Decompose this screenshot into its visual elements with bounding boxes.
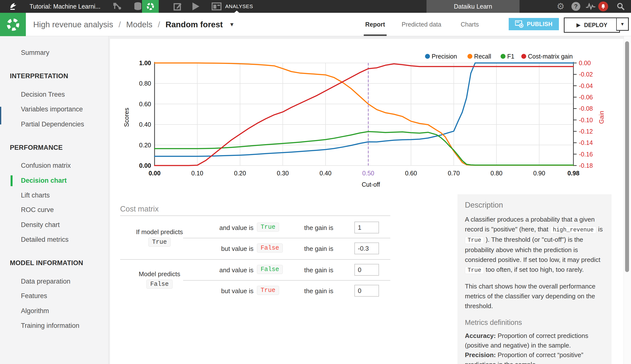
dataiku-bird-icon bbox=[8, 2, 18, 11]
dashed-ring-icon bbox=[6, 17, 21, 32]
x-axis-tick-label: 0.50 bbox=[362, 170, 374, 176]
inline-code-badge: True bbox=[465, 236, 484, 244]
gain-label: the gain is bbox=[304, 285, 333, 297]
vertical-scrollbar-thumb[interactable] bbox=[625, 41, 629, 272]
x-axis-tick-label: 0.00 bbox=[149, 170, 161, 176]
sidebar-item-decision-chart[interactable]: Decision chart bbox=[21, 177, 67, 184]
analyses-icon[interactable] bbox=[142, 0, 159, 13]
right-axis-tick-label: -0.06 bbox=[579, 94, 593, 100]
tab-charts[interactable]: Charts bbox=[461, 13, 479, 36]
sidebar-item-confusion-matrix[interactable]: Confusion matrix bbox=[21, 162, 71, 170]
x-axis-tick-label: 0.90 bbox=[533, 170, 545, 176]
sidebar-item-algorithm[interactable]: Algorithm bbox=[21, 307, 49, 315]
right-axis-tick-label: -0.04 bbox=[579, 82, 593, 89]
metric-definition: Accuracy: Proportion of correct predicti… bbox=[465, 331, 604, 350]
sidebar-item-partial-dependencies[interactable]: Partial Dependencies bbox=[21, 120, 84, 128]
chevron-down-icon[interactable]: ▼ bbox=[229, 22, 235, 28]
legend-label-f1[interactable]: F1 bbox=[507, 53, 514, 60]
y-axis-title-scores: Scores bbox=[123, 108, 130, 127]
gain-input[interactable] bbox=[354, 242, 379, 254]
sidebar-item-lift-charts[interactable]: Lift charts bbox=[21, 192, 50, 199]
legend-marker-precision[interactable] bbox=[425, 54, 430, 59]
sidebar-item-variables-importance[interactable]: Variables importance bbox=[21, 106, 83, 113]
breadcrumb-project[interactable]: High revenue analysis bbox=[33, 20, 113, 29]
breadcrumb-model[interactable]: Random forest bbox=[165, 20, 223, 29]
cost-matrix-row-prefix: but value is bbox=[185, 285, 254, 297]
decision-chart: 1.000.800.600.400.200.000.000.100.200.30… bbox=[109, 36, 631, 198]
notebooks-icon[interactable] bbox=[172, 0, 184, 13]
sidebar-item-decision-trees[interactable]: Decision Trees bbox=[21, 91, 65, 98]
right-axis-tick-label: 0.00 bbox=[579, 60, 591, 66]
help-icon[interactable]: ? bbox=[570, 0, 581, 13]
settings-gear-icon[interactable]: ⚙ bbox=[555, 0, 566, 13]
series-f1 bbox=[155, 132, 573, 165]
analysis-logo[interactable] bbox=[0, 13, 26, 36]
breadcrumb-section[interactable]: Models bbox=[126, 20, 152, 29]
sidebar-item-features[interactable]: Features bbox=[21, 292, 47, 300]
left-axis-tick-label: 0.40 bbox=[139, 121, 151, 128]
predicted-class-badge: False bbox=[146, 280, 172, 289]
sidebar-item-roc-curve[interactable]: ROC curve bbox=[21, 206, 54, 214]
sidebar-item-training-information[interactable]: Training information bbox=[21, 322, 80, 330]
left-axis-tick-label: 0.00 bbox=[139, 162, 151, 169]
right-axis-tick-label: -0.18 bbox=[579, 162, 593, 169]
deploy-label: DEPLOY bbox=[584, 22, 607, 28]
metrics-definitions-list: Accuracy: Proportion of correct predicti… bbox=[465, 331, 604, 364]
inline-code-badge: True bbox=[465, 266, 484, 274]
sidebar-item-density-chart[interactable]: Density chart bbox=[21, 221, 60, 229]
actual-value-badge: True bbox=[257, 222, 279, 232]
legend-label-precision[interactable]: Precision bbox=[432, 53, 457, 60]
legend-label-cost-matrix-gain[interactable]: Cost-matrix gain bbox=[528, 53, 573, 60]
sidebar-item-summary[interactable]: Summary bbox=[21, 49, 50, 56]
publish-button[interactable]: PUBLISH bbox=[509, 18, 559, 30]
legend-marker-cost-matrix-gain[interactable] bbox=[521, 54, 526, 59]
legend-label-recall[interactable]: Recall bbox=[474, 53, 491, 60]
breadcrumb-separator: / bbox=[119, 20, 121, 29]
description-paragraph-2: This chart shows how the overall perform… bbox=[465, 281, 604, 311]
dashboards-icon[interactable] bbox=[211, 0, 223, 13]
model-header: High revenue analysis / Models / Random … bbox=[0, 13, 631, 36]
sidebar-item-data-preparation[interactable]: Data preparation bbox=[21, 278, 70, 285]
x-axis-tick-label: 0.60 bbox=[405, 170, 417, 176]
gain-label: the gain is bbox=[304, 264, 333, 276]
cost-matrix-divider bbox=[120, 216, 390, 216]
gain-input[interactable] bbox=[354, 222, 379, 234]
play-icon: ▶ bbox=[576, 22, 580, 28]
series-precision bbox=[155, 63, 573, 156]
left-axis-tick-label: 0.20 bbox=[139, 142, 151, 148]
description-title: Description bbox=[465, 201, 604, 210]
y-axis-title-gain: Gain bbox=[598, 111, 605, 124]
x-axis-tick-label: 0.98 bbox=[567, 170, 579, 176]
tab-report[interactable]: Report bbox=[365, 13, 385, 36]
cost-matrix-row: and value isTruethe gain is bbox=[185, 222, 391, 234]
series-cost-matrix-gain bbox=[155, 64, 573, 166]
gain-input[interactable] bbox=[354, 285, 379, 296]
flow-icon[interactable] bbox=[111, 0, 123, 13]
x-axis-title-cutoff: Cut-off bbox=[362, 181, 380, 188]
right-axis-tick-label: -0.08 bbox=[579, 105, 593, 112]
gain-input[interactable] bbox=[354, 264, 379, 276]
sidebar-item-detailed-metrics[interactable]: Detailed metrics bbox=[21, 236, 69, 244]
description-panel: Description A classifier produces a prob… bbox=[457, 194, 611, 364]
legend-marker-f1[interactable] bbox=[500, 54, 505, 59]
sidebar-section-interpretation: INTERPRETATION bbox=[10, 72, 68, 80]
inline-code-badge: high_revenue bbox=[550, 226, 596, 234]
notifications-bell-icon[interactable] bbox=[597, 0, 609, 13]
deploy-button[interactable]: ▶ DEPLOY bbox=[564, 18, 620, 33]
sidebar-section-model-information: MODEL INFORMATION bbox=[10, 259, 83, 267]
cost-matrix-row-prefix: and value is bbox=[185, 264, 254, 276]
project-title[interactable]: Tutorial: Machine Learni... bbox=[30, 0, 100, 13]
activity-pulse-icon[interactable] bbox=[585, 0, 596, 13]
left-axis-tick-label: 0.60 bbox=[139, 100, 151, 108]
left-edge-accent bbox=[0, 107, 1, 124]
deploy-dropdown-button[interactable]: ▼ bbox=[616, 18, 629, 31]
env-label[interactable]: Dataiku Learn bbox=[426, 0, 519, 13]
jobs-play-icon[interactable] bbox=[190, 0, 202, 13]
tab-predicted-data[interactable]: Predicted data bbox=[402, 13, 441, 36]
sidebar-section-performance: PERFORMANCE bbox=[10, 144, 63, 152]
legend-marker-recall[interactable] bbox=[467, 54, 472, 59]
dataiku-bird-logo[interactable] bbox=[7, 0, 20, 13]
search-icon[interactable] bbox=[615, 0, 626, 13]
analyses-active-caret bbox=[234, 10, 239, 13]
report-sidebar: SummaryINTERPRETATIONDecision TreesVaria… bbox=[0, 36, 109, 364]
